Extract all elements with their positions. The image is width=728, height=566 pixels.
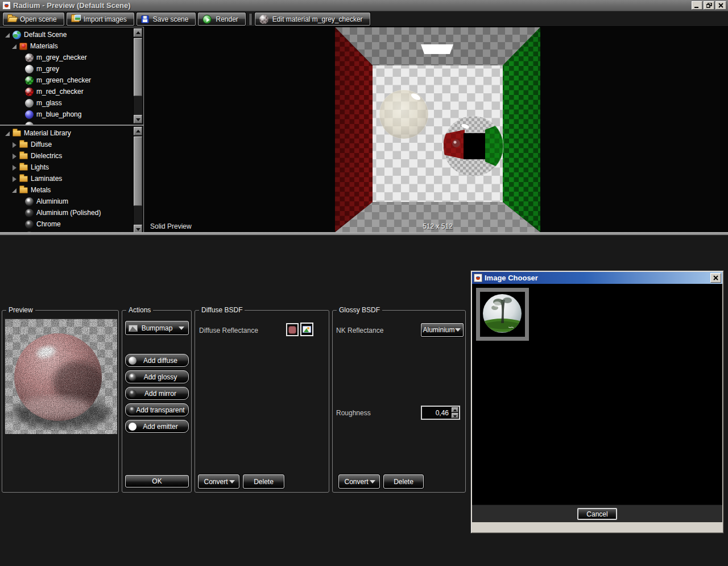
restore-button[interactable] [704,1,714,10]
transparent-sphere-icon [129,406,136,414]
tree-item-dielectrics[interactable]: Dielectrics [11,150,62,162]
tree-item-m-glass[interactable]: m_glass [25,97,62,109]
expander-closed-icon[interactable] [11,176,18,182]
emitter-circle-icon [129,423,136,431]
mirror-sphere-icon [129,390,136,398]
button-label: Convert [344,478,368,486]
expander-open-icon[interactable] [11,187,18,193]
groupbox-title: Diffuse BSDF [199,306,245,314]
add-glossy-button[interactable]: Add glossy [125,370,189,383]
color-swatch-button[interactable] [286,323,299,336]
button-label: Render [216,15,238,23]
tree-item-diffuse[interactable]: Diffuse [11,139,52,150]
scroll-up-button[interactable] [134,127,142,135]
material-library-panel: Material Library Diffuse Dielectrics Lig… [0,125,144,235]
main-toolbar: Open scene Import images Save scene Rend… [0,12,728,27]
scroll-up-button[interactable] [134,28,142,37]
floppy-disk-icon [141,15,149,23]
button-label: Edit material m_grey_checker [272,15,363,23]
edit-material-button[interactable]: Edit material m_grey_checker [255,13,370,26]
tree-item-m-blue-phong[interactable]: m_blue_phong [25,109,81,120]
cornell-box-render [335,27,540,232]
tree-item-m-grey-checker[interactable]: m_grey_checker [25,52,87,63]
scroll-down-button[interactable] [134,115,142,123]
button-label: Add mirror [144,390,176,398]
tree-item-materials[interactable]: Materials [11,40,58,52]
tree-label: Material Library [24,129,71,137]
materials-box-icon [19,43,27,50]
expander-open-icon[interactable] [5,130,11,137]
tree-item-m-green-checker[interactable]: m_green_checker [25,75,91,86]
render-button[interactable]: Render [198,13,245,26]
glossy-delete-button[interactable]: Delete [383,474,424,489]
button-label: Delete [394,478,413,486]
roughness-value: 0,46 [422,409,451,417]
glossy-convert-button[interactable]: Convert [338,474,380,489]
library-tree-scrollbar[interactable] [133,127,142,233]
import-images-button[interactable]: Import images [67,13,134,26]
scene-tree-panel: Default Scene Materials m_grey_checker m… [0,27,144,125]
roughness-spinbox[interactable]: 0,46 [421,406,460,420]
groupbox-title: Actions [126,306,153,314]
minimize-button[interactable] [692,1,702,10]
tree-item-m-grey[interactable]: m_grey [25,63,59,75]
tree-item-aluminium[interactable]: Aluminium [25,196,68,207]
render-resolution-label: 512 x 512 [335,222,540,230]
nk-reflectance-select[interactable]: Aluminium [421,323,464,337]
tree-item-partial[interactable] [25,120,34,125]
ok-button[interactable]: OK [125,475,189,487]
open-scene-button[interactable]: Open scene [3,13,64,26]
expander-closed-icon[interactable] [11,164,18,171]
tree-item-lights[interactable]: Lights [11,162,49,173]
tree-label: Lights [31,163,49,171]
dialog-close-button[interactable] [710,273,721,283]
button-label: Add emitter [143,423,177,431]
tree-item-default-scene[interactable]: Default Scene [5,29,67,40]
glass-sphere-icon [25,99,34,108]
metal-sphere-icon [25,220,34,229]
button-label: Add transparent [136,406,184,414]
expander-closed-icon[interactable] [11,142,18,148]
close-button[interactable] [715,1,726,10]
dialog-titlebar: Image Chooser [472,272,722,284]
image-icon [129,325,138,332]
tree-item-m-red-checker[interactable]: m_red_checker [25,86,84,97]
cancel-button[interactable]: Cancel [577,508,617,520]
tree-label: Laminates [31,175,62,183]
bumpmap-select[interactable]: Bumpmap [125,321,189,335]
scene-tree-scrollbar[interactable] [133,28,142,123]
diffuse-convert-button[interactable]: Convert [198,474,239,489]
spin-down-button[interactable] [452,413,458,418]
horizontal-splitter[interactable] [0,232,728,236]
toolbar-separator [250,14,251,25]
tree-item-chrome[interactable]: Chrome [25,218,61,230]
diffuse-reflectance-label: Diffuse Reflectance [199,327,258,334]
button-label: Add diffuse [143,357,177,365]
scroll-thumb[interactable] [134,137,142,206]
tree-item-metals[interactable]: Metals [11,184,51,196]
dialog-button-bar: Cancel [472,505,722,522]
diffuse-delete-button[interactable]: Delete [243,474,284,489]
expander-closed-icon[interactable] [11,153,18,159]
add-emitter-button[interactable]: Add emitter [125,420,189,433]
tree-label: m_grey_checker [36,53,87,61]
add-diffuse-button[interactable]: Add diffuse [125,354,189,367]
add-mirror-button[interactable]: Add mirror [125,387,189,400]
tree-item-aluminium-polished[interactable]: Aluminium (Polished) [25,207,101,218]
tree-label: m_red_checker [36,88,84,96]
texture-image-button[interactable] [300,323,313,336]
add-transparent-button[interactable]: Add transparent [125,403,189,416]
metal-sphere-icon [25,209,34,217]
select-value: Bumpmap [142,324,173,332]
light-probe-thumbnail[interactable] [476,288,529,341]
expander-open-icon[interactable] [5,32,11,38]
color-swatch [288,326,296,334]
save-scene-button[interactable]: Save scene [136,13,196,26]
tree-label: Default Scene [24,31,67,39]
select-value: Aluminium [423,326,454,334]
scroll-thumb[interactable] [134,38,142,96]
tree-item-material-library[interactable]: Material Library [5,127,71,139]
tree-item-laminates[interactable]: Laminates [11,173,62,184]
expander-open-icon[interactable] [11,43,18,49]
spin-up-button[interactable] [452,407,458,412]
